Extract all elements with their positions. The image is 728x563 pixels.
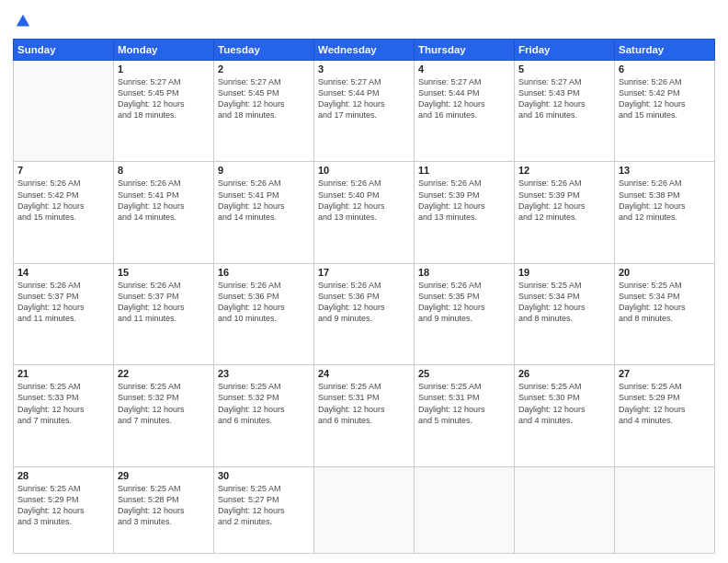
calendar-cell: 1Sunrise: 5:27 AM Sunset: 5:45 PM Daylig… [114, 61, 214, 162]
day-info: Sunrise: 5:25 AM Sunset: 5:27 PM Dayligh… [218, 483, 310, 528]
day-info: Sunrise: 5:25 AM Sunset: 5:34 PM Dayligh… [518, 280, 610, 325]
day-number: 11 [418, 165, 510, 176]
day-number: 4 [418, 63, 510, 75]
calendar-table: SundayMondayTuesdayWednesdayThursdayFrid… [13, 39, 715, 554]
day-info: Sunrise: 5:26 AM Sunset: 5:41 PM Dayligh… [118, 178, 210, 223]
calendar-cell: 25Sunrise: 5:25 AM Sunset: 5:31 PM Dayli… [415, 365, 515, 466]
day-info: Sunrise: 5:27 AM Sunset: 5:45 PM Dayligh… [118, 76, 210, 121]
day-info: Sunrise: 5:27 AM Sunset: 5:44 PM Dayligh… [318, 76, 410, 121]
calendar-cell: 10Sunrise: 5:26 AM Sunset: 5:40 PM Dayli… [314, 162, 415, 263]
calendar-cell: 17Sunrise: 5:26 AM Sunset: 5:36 PM Dayli… [314, 263, 415, 364]
day-info: Sunrise: 5:26 AM Sunset: 5:37 PM Dayligh… [17, 280, 109, 325]
day-info: Sunrise: 5:26 AM Sunset: 5:40 PM Dayligh… [318, 178, 410, 223]
weekday-header: Wednesday [314, 40, 415, 61]
day-info: Sunrise: 5:25 AM Sunset: 5:29 PM Dayligh… [619, 381, 711, 426]
day-number: 7 [17, 165, 109, 176]
day-info: Sunrise: 5:26 AM Sunset: 5:35 PM Dayligh… [418, 280, 510, 325]
calendar-cell: 28Sunrise: 5:25 AM Sunset: 5:29 PM Dayli… [14, 466, 114, 553]
weekday-header: Friday [515, 40, 615, 61]
day-number: 21 [17, 368, 109, 379]
calendar-cell: 22Sunrise: 5:25 AM Sunset: 5:32 PM Dayli… [114, 365, 214, 466]
day-info: Sunrise: 5:26 AM Sunset: 5:42 PM Dayligh… [619, 76, 711, 121]
calendar-cell: 15Sunrise: 5:26 AM Sunset: 5:37 PM Dayli… [114, 263, 214, 364]
day-number: 14 [17, 267, 109, 278]
day-info: Sunrise: 5:25 AM Sunset: 5:28 PM Dayligh… [118, 483, 210, 528]
day-number: 22 [118, 368, 210, 379]
logo-icon [15, 13, 31, 29]
day-number: 23 [218, 368, 310, 379]
day-number: 15 [118, 267, 210, 278]
calendar-cell: 21Sunrise: 5:25 AM Sunset: 5:33 PM Dayli… [14, 365, 114, 466]
calendar-cell [415, 466, 515, 553]
calendar-cell: 29Sunrise: 5:25 AM Sunset: 5:28 PM Dayli… [114, 466, 214, 553]
calendar-cell: 18Sunrise: 5:26 AM Sunset: 5:35 PM Dayli… [415, 263, 515, 364]
day-info: Sunrise: 5:27 AM Sunset: 5:44 PM Dayligh… [418, 76, 510, 121]
day-info: Sunrise: 5:26 AM Sunset: 5:37 PM Dayligh… [118, 280, 210, 325]
calendar-cell: 26Sunrise: 5:25 AM Sunset: 5:30 PM Dayli… [515, 365, 615, 466]
day-number: 8 [118, 165, 210, 176]
calendar-cell [14, 61, 114, 162]
day-number: 20 [619, 267, 711, 278]
day-info: Sunrise: 5:26 AM Sunset: 5:39 PM Dayligh… [518, 178, 610, 223]
day-number: 30 [218, 470, 310, 481]
day-number: 3 [318, 63, 410, 75]
day-number: 19 [518, 267, 610, 278]
calendar-cell: 3Sunrise: 5:27 AM Sunset: 5:44 PM Daylig… [314, 61, 415, 162]
day-info: Sunrise: 5:25 AM Sunset: 5:29 PM Dayligh… [17, 483, 109, 528]
page: SundayMondayTuesdayWednesdayThursdayFrid… [0, 0, 728, 563]
calendar-cell: 12Sunrise: 5:26 AM Sunset: 5:39 PM Dayli… [515, 162, 615, 263]
weekday-header: Sunday [14, 40, 114, 61]
day-info: Sunrise: 5:26 AM Sunset: 5:36 PM Dayligh… [218, 280, 310, 325]
day-number: 13 [619, 165, 711, 176]
day-number: 10 [318, 165, 410, 176]
day-number: 17 [318, 267, 410, 278]
day-info: Sunrise: 5:26 AM Sunset: 5:36 PM Dayligh… [318, 280, 410, 325]
calendar-cell: 14Sunrise: 5:26 AM Sunset: 5:37 PM Dayli… [14, 263, 114, 364]
calendar-cell: 24Sunrise: 5:25 AM Sunset: 5:31 PM Dayli… [314, 365, 415, 466]
calendar-cell: 7Sunrise: 5:26 AM Sunset: 5:42 PM Daylig… [14, 162, 114, 263]
calendar-cell [615, 466, 715, 553]
weekday-header: Thursday [415, 40, 515, 61]
day-number: 2 [218, 63, 310, 75]
day-number: 29 [118, 470, 210, 481]
calendar-cell [515, 466, 615, 553]
calendar-cell: 11Sunrise: 5:26 AM Sunset: 5:39 PM Dayli… [415, 162, 515, 263]
day-number: 18 [418, 267, 510, 278]
day-info: Sunrise: 5:25 AM Sunset: 5:32 PM Dayligh… [218, 381, 310, 426]
day-info: Sunrise: 5:25 AM Sunset: 5:33 PM Dayligh… [17, 381, 109, 426]
calendar-cell: 8Sunrise: 5:26 AM Sunset: 5:41 PM Daylig… [114, 162, 214, 263]
calendar-cell: 9Sunrise: 5:26 AM Sunset: 5:41 PM Daylig… [214, 162, 314, 263]
day-info: Sunrise: 5:26 AM Sunset: 5:42 PM Dayligh… [17, 178, 109, 223]
calendar-cell: 6Sunrise: 5:26 AM Sunset: 5:42 PM Daylig… [615, 61, 715, 162]
calendar-cell: 30Sunrise: 5:25 AM Sunset: 5:27 PM Dayli… [214, 466, 314, 553]
calendar-cell: 19Sunrise: 5:25 AM Sunset: 5:34 PM Dayli… [515, 263, 615, 364]
logo [13, 13, 31, 33]
calendar-cell: 2Sunrise: 5:27 AM Sunset: 5:45 PM Daylig… [214, 61, 314, 162]
day-number: 6 [619, 63, 711, 75]
weekday-header: Monday [114, 40, 214, 61]
calendar-cell: 13Sunrise: 5:26 AM Sunset: 5:38 PM Dayli… [615, 162, 715, 263]
calendar-cell: 16Sunrise: 5:26 AM Sunset: 5:36 PM Dayli… [214, 263, 314, 364]
day-info: Sunrise: 5:26 AM Sunset: 5:41 PM Dayligh… [218, 178, 310, 223]
header [13, 9, 715, 33]
calendar-cell: 5Sunrise: 5:27 AM Sunset: 5:43 PM Daylig… [515, 61, 615, 162]
day-info: Sunrise: 5:25 AM Sunset: 5:31 PM Dayligh… [318, 381, 410, 426]
calendar-cell: 23Sunrise: 5:25 AM Sunset: 5:32 PM Dayli… [214, 365, 314, 466]
svg-marker-0 [17, 15, 29, 27]
calendar-cell: 4Sunrise: 5:27 AM Sunset: 5:44 PM Daylig… [415, 61, 515, 162]
day-number: 26 [518, 368, 610, 379]
day-number: 5 [518, 63, 610, 75]
calendar-cell: 20Sunrise: 5:25 AM Sunset: 5:34 PM Dayli… [615, 263, 715, 364]
day-number: 16 [218, 267, 310, 278]
day-number: 12 [518, 165, 610, 176]
day-info: Sunrise: 5:25 AM Sunset: 5:34 PM Dayligh… [619, 280, 711, 325]
day-number: 24 [318, 368, 410, 379]
day-number: 9 [218, 165, 310, 176]
day-number: 27 [619, 368, 711, 379]
day-info: Sunrise: 5:26 AM Sunset: 5:39 PM Dayligh… [418, 178, 510, 223]
day-info: Sunrise: 5:26 AM Sunset: 5:38 PM Dayligh… [619, 178, 711, 223]
weekday-header: Tuesday [214, 40, 314, 61]
calendar-cell: 27Sunrise: 5:25 AM Sunset: 5:29 PM Dayli… [615, 365, 715, 466]
day-info: Sunrise: 5:25 AM Sunset: 5:31 PM Dayligh… [418, 381, 510, 426]
day-number: 25 [418, 368, 510, 379]
